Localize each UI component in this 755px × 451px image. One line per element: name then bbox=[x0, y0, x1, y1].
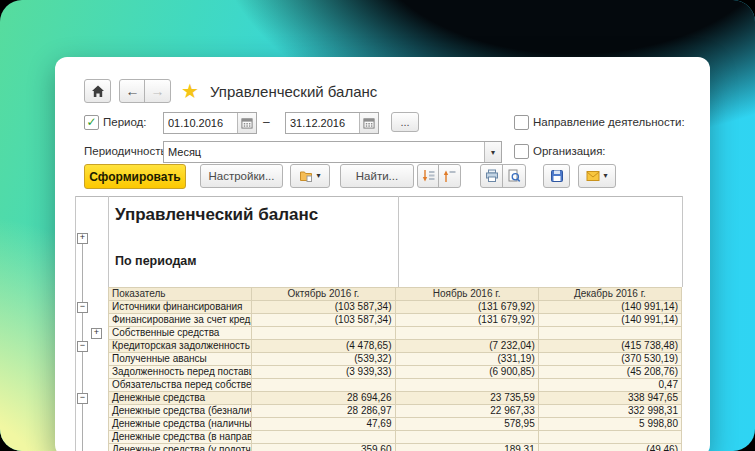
table-row[interactable]: Собственные средства bbox=[109, 327, 682, 340]
table-row[interactable]: Полученные авансы(539,32)(331,19)(370 53… bbox=[109, 353, 682, 366]
generate-button[interactable]: Сформировать bbox=[84, 164, 186, 189]
value-cell[interactable]: 189,31 bbox=[395, 444, 538, 451]
print-preview-button[interactable] bbox=[502, 164, 526, 188]
home-button[interactable] bbox=[84, 79, 111, 103]
row-label-cell[interactable]: Денежные средства (у подотчетных лиц) bbox=[109, 444, 252, 451]
period-from-calendar-button[interactable] bbox=[237, 113, 256, 133]
value-cell[interactable] bbox=[252, 379, 395, 392]
collapse-groups-button[interactable] bbox=[417, 164, 440, 188]
value-cell[interactable]: 22 967,33 bbox=[395, 405, 538, 418]
organization-checkbox[interactable] bbox=[514, 144, 529, 159]
expand-groups-button[interactable] bbox=[438, 164, 461, 188]
table-row[interactable]: Денежные средства (в направлениях) bbox=[109, 431, 682, 444]
value-cell[interactable]: (370 530,19) bbox=[538, 353, 681, 366]
collapse-group-button[interactable]: − bbox=[77, 302, 88, 313]
value-cell[interactable]: (539,32) bbox=[252, 353, 395, 366]
report-right-border bbox=[682, 196, 683, 287]
table-row[interactable]: Финансирование за счет кредитов и займов… bbox=[109, 314, 682, 327]
table-row[interactable]: Обязательства перед собственными организ… bbox=[109, 379, 682, 392]
collapse-group-button[interactable]: − bbox=[77, 341, 88, 352]
row-label-cell[interactable]: Полученные авансы bbox=[109, 353, 252, 366]
value-cell[interactable]: (3 939,33) bbox=[252, 366, 395, 379]
value-cell[interactable]: (103 587,34) bbox=[252, 301, 395, 314]
value-cell[interactable]: 0,47 bbox=[538, 379, 681, 392]
table-row[interactable]: Кредиторская задолженность(4 478,65)(7 2… bbox=[109, 340, 682, 353]
periodicity-combo: ▾ bbox=[163, 141, 502, 163]
direction-checkbox[interactable] bbox=[514, 115, 529, 130]
table-row[interactable]: Денежные средства (безналичные)28 286,97… bbox=[109, 405, 682, 418]
send-email-button[interactable]: ▾ bbox=[578, 164, 616, 188]
value-cell[interactable]: 5 998,80 bbox=[538, 418, 681, 431]
back-button[interactable]: ← bbox=[119, 79, 146, 103]
period-from-input[interactable] bbox=[164, 113, 237, 133]
period-checkbox[interactable]: ✓ bbox=[84, 115, 99, 130]
period-from-field bbox=[163, 112, 257, 134]
value-cell[interactable] bbox=[252, 431, 395, 444]
row-label-cell[interactable]: Денежные средства bbox=[109, 392, 252, 405]
value-cell[interactable]: (131 679,92) bbox=[395, 314, 538, 327]
value-cell[interactable]: 332 998,31 bbox=[538, 405, 681, 418]
value-cell[interactable]: 28 286,97 bbox=[252, 405, 395, 418]
find-button[interactable]: Найти... bbox=[340, 164, 414, 188]
column-header[interactable]: Показатель bbox=[109, 288, 252, 301]
value-cell[interactable]: (103 587,34) bbox=[252, 314, 395, 327]
row-label-cell[interactable]: Денежные средства (наличные) bbox=[109, 418, 252, 431]
value-cell[interactable]: (4 478,65) bbox=[252, 340, 395, 353]
value-cell[interactable]: (6 900,85) bbox=[395, 366, 538, 379]
value-cell[interactable] bbox=[395, 379, 538, 392]
value-cell[interactable] bbox=[395, 431, 538, 444]
row-label-cell[interactable]: Кредиторская задолженность bbox=[109, 340, 252, 353]
table-row[interactable]: Источники финансирования(103 587,34)(131… bbox=[109, 301, 682, 314]
value-cell[interactable] bbox=[538, 327, 681, 340]
chevron-down-icon: ▾ bbox=[316, 172, 320, 180]
row-label-cell[interactable]: Обязательства перед собственными организ… bbox=[109, 379, 252, 392]
value-cell[interactable] bbox=[538, 431, 681, 444]
value-cell[interactable]: (331,19) bbox=[395, 353, 538, 366]
period-to-input[interactable] bbox=[286, 113, 359, 133]
column-header[interactable]: Декабрь 2016 г. bbox=[538, 288, 681, 301]
report-left-border bbox=[75, 196, 76, 451]
value-cell[interactable] bbox=[395, 327, 538, 340]
favorite-star-icon[interactable]: ★ bbox=[181, 81, 199, 101]
value-cell[interactable]: (140 991,14) bbox=[538, 314, 681, 327]
table-row[interactable]: Денежные средства (наличные)47,69578,955… bbox=[109, 418, 682, 431]
save-floppy-icon bbox=[550, 169, 564, 183]
value-cell[interactable]: 578,95 bbox=[395, 418, 538, 431]
value-cell[interactable]: (7 232,04) bbox=[395, 340, 538, 353]
table-row[interactable]: Задолженность перед поставщиками(3 939,3… bbox=[109, 366, 682, 379]
table-row[interactable]: Денежные средства (у подотчетных лиц)359… bbox=[109, 444, 682, 451]
row-label-cell[interactable]: Собственные средства bbox=[109, 327, 252, 340]
value-cell[interactable]: 47,69 bbox=[252, 418, 395, 431]
collapse-group-button[interactable]: − bbox=[77, 393, 88, 404]
value-cell[interactable]: 359,60 bbox=[252, 444, 395, 451]
value-cell[interactable]: 28 694,26 bbox=[252, 392, 395, 405]
value-cell[interactable]: (131 679,92) bbox=[395, 301, 538, 314]
value-cell[interactable]: 23 735,59 bbox=[395, 392, 538, 405]
row-label-cell[interactable]: Задолженность перед поставщиками bbox=[109, 366, 252, 379]
periodicity-dropdown-button[interactable]: ▾ bbox=[484, 142, 501, 162]
column-header[interactable]: Ноябрь 2016 г. bbox=[395, 288, 538, 301]
value-cell[interactable]: (45 208,76) bbox=[538, 366, 681, 379]
periodicity-input[interactable] bbox=[164, 142, 484, 162]
period-more-button[interactable]: ... bbox=[391, 112, 419, 132]
value-cell[interactable]: (415 738,48) bbox=[538, 340, 681, 353]
value-cell[interactable]: (49,46) bbox=[538, 444, 681, 451]
row-label-cell[interactable]: Источники финансирования bbox=[109, 301, 252, 314]
row-label-cell[interactable]: Финансирование за счет кредитов и займов bbox=[109, 314, 252, 327]
value-cell[interactable] bbox=[252, 327, 395, 340]
settings-button[interactable]: Настройки... bbox=[200, 164, 283, 188]
table-row[interactable]: Денежные средства28 694,2623 735,59338 9… bbox=[109, 392, 682, 405]
save-button[interactable] bbox=[543, 164, 570, 188]
value-cell[interactable]: 338 947,65 bbox=[538, 392, 681, 405]
period-to-calendar-button[interactable] bbox=[359, 113, 378, 133]
column-header[interactable]: Октябрь 2016 г. bbox=[252, 288, 395, 301]
report-variant-button[interactable]: ▾ bbox=[290, 164, 330, 188]
row-label-cell[interactable]: Денежные средства (безналичные) bbox=[109, 405, 252, 418]
forward-button[interactable]: → bbox=[144, 79, 171, 103]
report-table-body: Источники финансирования(103 587,34)(131… bbox=[109, 301, 682, 451]
expand-report-button[interactable]: + bbox=[77, 233, 88, 244]
print-button[interactable] bbox=[480, 164, 504, 188]
row-label-cell[interactable]: Денежные средства (в направлениях) bbox=[109, 431, 252, 444]
expand-group-button[interactable]: + bbox=[91, 328, 102, 339]
value-cell[interactable]: (140 991,14) bbox=[538, 301, 681, 314]
